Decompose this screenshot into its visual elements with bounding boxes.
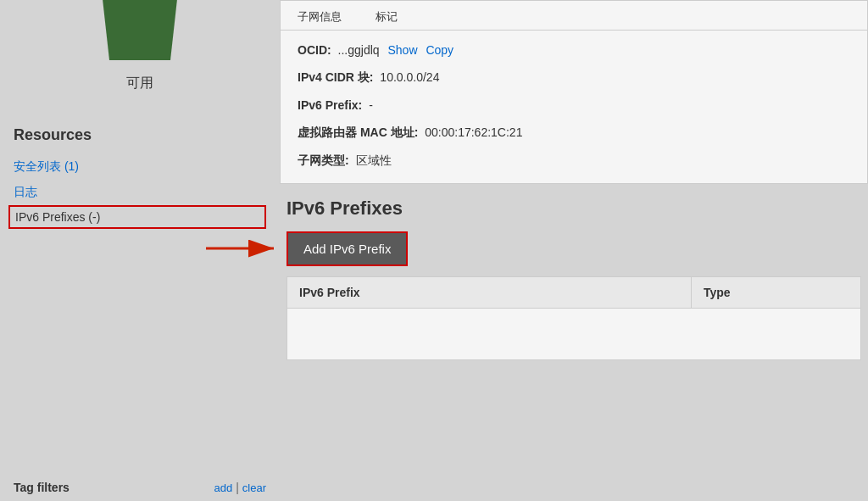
subnet-logo (89, 0, 191, 68)
ipv6-prefix-row: IPv6 Prefix: - (298, 96, 850, 114)
ipv6-section-title: IPv6 Prefixes (287, 198, 861, 220)
show-link[interactable]: Show (388, 43, 418, 57)
tag-filter-separator: | (236, 481, 239, 494)
annotation-arrow (198, 227, 282, 270)
ocid-value: ...ggjdlq (338, 43, 380, 57)
mac-address-row: 虚拟路由器 MAC 地址: 00:00:17:62:1C:21 (298, 123, 850, 142)
resources-title: Resources (14, 126, 266, 144)
logs-link[interactable]: 日志 (14, 185, 37, 198)
ipv6-section: IPv6 Prefixes Add IPv6 Prefix IPv6 (280, 198, 868, 501)
tab-label[interactable]: 标记 (376, 9, 398, 25)
subnet-type-value: 区域性 (356, 153, 392, 167)
copy-link[interactable]: Copy (426, 43, 453, 57)
tag-add-link[interactable]: add (214, 482, 232, 494)
ipv6-prefix-label: IPv6 Prefix: (298, 98, 362, 112)
ipv4-cidr-label: IPv4 CIDR 块: (298, 70, 373, 84)
ipv6-prefix-value: - (369, 98, 373, 112)
info-panel: 子网信息 标记 OCID: ...ggjdlq Show Copy IPv4 C… (280, 0, 868, 184)
subnet-type-label: 子网类型: (298, 153, 349, 167)
ocid-row: OCID: ...ggjdlq Show Copy (298, 41, 850, 59)
ipv4-cidr-row: IPv4 CIDR 块: 10.0.0.0/24 (298, 68, 850, 86)
security-list-link[interactable]: 安全列表 (1) (14, 159, 79, 173)
sidebar-item-ipv6-prefixes[interactable]: IPv6 Prefixes (-) (8, 205, 266, 229)
table-body (287, 309, 860, 359)
tab-subnet-info[interactable]: 子网信息 (298, 9, 342, 25)
ocid-label: OCID: (298, 43, 331, 57)
table-header: IPv6 Prefix Type (287, 277, 860, 309)
sidebar-item-logs[interactable]: 日志 (14, 180, 266, 205)
resources-section: Resources 安全列表 (1) 日志 IPv6 Prefixes (-) (14, 126, 266, 229)
add-ipv6-prefix-button[interactable]: Add IPv6 Prefix (287, 231, 408, 266)
subnet-type-row: 子网类型: 区域性 (298, 151, 850, 170)
content-area: 子网信息 标记 OCID: ...ggjdlq Show Copy IPv4 C… (280, 0, 868, 501)
col-type: Type (691, 277, 860, 308)
tag-filters-section: Tag filters add | clear (14, 481, 266, 501)
mac-address-label: 虚拟路由器 MAC 地址: (298, 125, 418, 139)
ipv4-cidr-value: 10.0.0.0/24 (380, 70, 439, 84)
logo-area: 可用 (14, 0, 266, 109)
status-label: 可用 (126, 75, 153, 92)
ipv6-prefixes-link[interactable]: IPv6 Prefixes (-) (15, 210, 100, 224)
sidebar-item-security-list[interactable]: 安全列表 (1) (14, 154, 266, 180)
main-container: 可用 Resources 安全列表 (1) 日志 IPv6 Prefixes (… (0, 0, 868, 501)
add-button-area: Add IPv6 Prefix (287, 231, 408, 266)
col-ipv6-prefix: IPv6 Prefix (287, 277, 691, 308)
tag-filters-label: Tag filters (14, 481, 70, 494)
tag-filter-links: add | clear (214, 481, 266, 494)
svg-marker-0 (102, 0, 178, 60)
mac-address-value: 00:00:17:62:1C:21 (425, 125, 522, 139)
tag-clear-link[interactable]: clear (242, 482, 266, 494)
ipv6-table: IPv6 Prefix Type (287, 276, 861, 360)
